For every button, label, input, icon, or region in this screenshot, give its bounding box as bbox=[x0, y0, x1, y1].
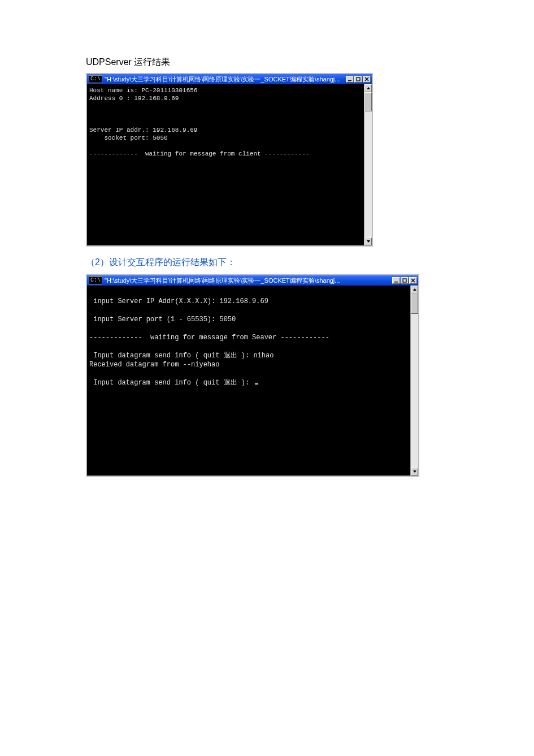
minimize-button[interactable] bbox=[346, 76, 354, 83]
term-line: Received datagram from --niyehao bbox=[89, 361, 219, 369]
term-line: input Server port (1 - 65535): 5050 bbox=[89, 316, 236, 323]
console-body: Host name is: PC-201110301656 Address 0 … bbox=[87, 84, 372, 245]
terminal-output: Host name is: PC-201110301656 Address 0 … bbox=[87, 84, 364, 245]
titlebar: C:\ "H:\study\大三学习科目\计算机网络\网络原理实验\实验一_SO… bbox=[87, 74, 372, 84]
window-title: "H:\study\大三学习科目\计算机网络\网络原理实验\实验一_SOCKET… bbox=[105, 277, 390, 285]
term-line: Input datagram send info ( quit 退出 ): bbox=[89, 379, 253, 387]
cmd-icon: C:\ bbox=[89, 75, 102, 83]
scroll-track[interactable] bbox=[364, 92, 372, 237]
svg-rect-0 bbox=[348, 80, 351, 81]
vertical-scrollbar[interactable] bbox=[410, 286, 418, 476]
scroll-down-button[interactable] bbox=[364, 237, 372, 245]
scroll-up-button[interactable] bbox=[411, 286, 418, 293]
cmd-icon: C:\ bbox=[89, 277, 102, 284]
scroll-down-button[interactable] bbox=[411, 468, 418, 476]
console-window-server: C:\ "H:\study\大三学习科目\计算机网络\网络原理实验\实验一_SO… bbox=[86, 73, 373, 247]
vertical-scrollbar[interactable] bbox=[364, 84, 372, 245]
term-line: Address 0 : 192.168.9.69 bbox=[89, 95, 179, 102]
window-controls bbox=[392, 277, 417, 284]
content-column: UDPServer 运行结果 C:\ "H:\study\大三学习科目\计算机网… bbox=[86, 0, 466, 477]
cursor-icon bbox=[255, 383, 258, 385]
section2-caption: （2）设计交互程序的运行结果如下： bbox=[86, 257, 466, 269]
term-line: Server IP addr.: 192.168.9.69 bbox=[89, 127, 197, 133]
scroll-track[interactable] bbox=[411, 293, 418, 468]
term-line: ------------- waiting for message from S… bbox=[89, 334, 329, 342]
console-window-client: C:\ "H:\study\大三学习科目\计算机网络\网络原理实验\实验一_SO… bbox=[86, 274, 419, 477]
chevron-down-icon bbox=[367, 240, 370, 243]
close-button[interactable] bbox=[363, 76, 371, 83]
document-page: UDPServer 运行结果 C:\ "H:\study\大三学习科目\计算机网… bbox=[0, 0, 534, 756]
close-button[interactable] bbox=[409, 277, 417, 284]
titlebar: C:\ "H:\study\大三学习科目\计算机网络\网络原理实验\实验一_SO… bbox=[87, 275, 418, 286]
maximize-button[interactable] bbox=[401, 277, 409, 284]
window-title: "H:\study\大三学习科目\计算机网络\网络原理实验\实验一_SOCKET… bbox=[105, 75, 344, 84]
svg-rect-1 bbox=[357, 77, 360, 81]
scroll-up-button[interactable] bbox=[364, 84, 372, 92]
minimize-button[interactable] bbox=[392, 277, 400, 284]
window-controls bbox=[346, 76, 371, 83]
scroll-thumb[interactable] bbox=[411, 293, 418, 314]
term-line: ------------- waiting for message from c… bbox=[89, 150, 309, 157]
console-body: input Server IP Addr(X.X.X.X): 192.168.9… bbox=[87, 286, 418, 476]
term-line: Input datagram send info ( quit 退出 ): ni… bbox=[89, 352, 273, 360]
svg-rect-4 bbox=[394, 282, 398, 283]
term-line: input Server IP Addr(X.X.X.X): 192.168.9… bbox=[89, 297, 268, 305]
chevron-down-icon bbox=[413, 470, 416, 473]
chevron-up-icon bbox=[413, 288, 416, 291]
term-line: Host name is: PC-201110301656 bbox=[89, 87, 197, 94]
section1-caption: UDPServer 运行结果 bbox=[86, 57, 466, 68]
chevron-up-icon bbox=[367, 87, 370, 89]
svg-rect-5 bbox=[403, 279, 406, 282]
terminal-output: input Server IP Addr(X.X.X.X): 192.168.9… bbox=[87, 286, 410, 476]
term-line: socket port: 5050 bbox=[89, 135, 168, 141]
maximize-button[interactable] bbox=[354, 76, 362, 83]
scroll-thumb[interactable] bbox=[364, 92, 372, 111]
